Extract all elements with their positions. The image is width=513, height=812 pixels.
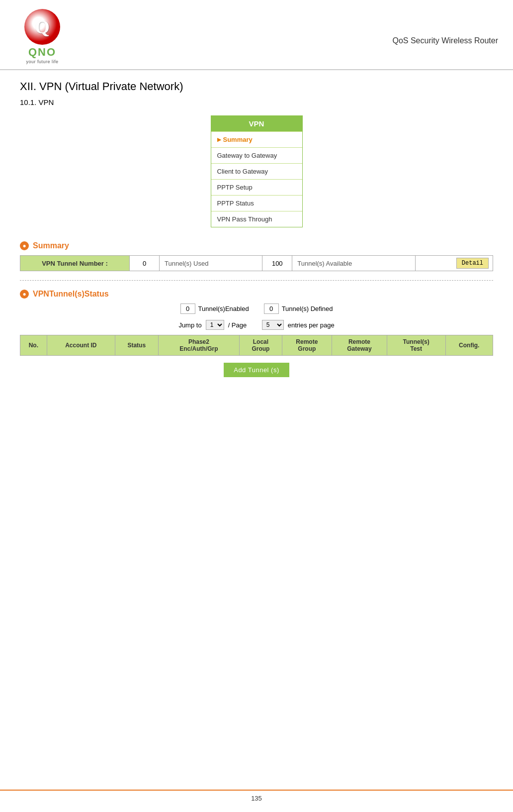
col-remote-group: RemoteGroup (282, 335, 332, 356)
summary-row: VPN Tunnel Number : 0 Tunnel(s) Used 100… (20, 256, 493, 271)
footer: 135 (0, 790, 513, 802)
vpn-table: No. Account ID Status Phase2Enc/Auth/Grp… (20, 335, 493, 356)
page-heading: XII. VPN (Virtual Private Network) (20, 80, 493, 93)
logo-area: Q QNO your future life (15, 9, 70, 64)
tunnels-defined-item: 0 Tunnel(s) Defined (264, 304, 333, 314)
vpn-menu-item-summary[interactable]: Summary (211, 131, 302, 147)
col-tunnel-test: Tunnel(s)Test (387, 335, 445, 356)
main-content: XII. VPN (Virtual Private Network) 10.1.… (0, 70, 513, 387)
vpn-tunnel-label: VPN Tunnel Number : (20, 256, 130, 271)
summary-label: Summary (33, 241, 69, 250)
page-label: / Page (228, 321, 247, 329)
add-tunnel-button[interactable]: Add Tunnel (s) (224, 363, 289, 377)
col-account-id: Account ID (47, 335, 115, 356)
page-number: 135 (251, 795, 262, 802)
tunnels-used-label: Tunnel(s) Used (160, 256, 262, 271)
tunnels-defined-value: 0 (264, 304, 279, 314)
col-local-group: LocalGroup (240, 335, 282, 356)
tunnels-used-value: 0 (130, 256, 160, 271)
vpn-menu-item-client-to-gateway[interactable]: Client to Gateway (211, 163, 302, 179)
vpn-menu-item-vpn-pass-through[interactable]: VPN Pass Through (211, 211, 302, 227)
vpn-table-header: No. Account ID Status Phase2Enc/Auth/Grp… (20, 335, 493, 356)
entries-select[interactable]: 5 10 20 (262, 320, 284, 330)
entries-label: entries per page (288, 321, 335, 329)
col-no: No. (20, 335, 47, 356)
tunnel-status-info: 0 Tunnel(s)Enabled 0 Tunnel(s) Defined (20, 304, 493, 314)
jump-select[interactable]: 1 (206, 320, 224, 330)
tunnels-enabled-value: 0 (180, 304, 195, 314)
jump-to-label: Jump to (178, 321, 201, 329)
sub-heading: 10.1. VPN (20, 98, 493, 106)
summary-section-title: ● Summary (20, 241, 493, 250)
detail-button[interactable]: Detail (456, 258, 489, 269)
summary-table: VPN Tunnel Number : 0 Tunnel(s) Used 100… (20, 255, 493, 271)
tunnels-available-label: Tunnel(s) Available (292, 256, 416, 271)
col-status: Status (115, 335, 158, 356)
vpn-menu-header: VPN (211, 116, 302, 131)
vpn-tunnel-icon: ● (20, 290, 29, 299)
header-title: QoS Security Wireless Router (70, 9, 498, 45)
vpn-menu: VPN Summary Gateway to Gateway Client to… (211, 115, 303, 227)
logo-q-letter: Q (35, 17, 50, 36)
col-config: Config. (445, 335, 493, 356)
logo-circle: Q (24, 9, 60, 45)
tunnels-enabled-item: 0 Tunnel(s)Enabled (180, 304, 249, 314)
header: Q QNO your future life QoS Security Wire… (0, 0, 513, 70)
vpn-table-header-row: No. Account ID Status Phase2Enc/Auth/Grp… (20, 335, 493, 356)
vpn-tunnel-status-title: ● VPNTunnel(s)Status (20, 290, 493, 299)
tunnels-defined-label: Tunnel(s) Defined (282, 305, 333, 312)
vpn-menu-item-gateway-to-gateway[interactable]: Gateway to Gateway (211, 147, 302, 163)
logo-tagline: your future life (26, 59, 58, 64)
logo-text: QNO (28, 46, 56, 59)
summary-icon: ● (20, 241, 29, 250)
add-tunnel-container: Add Tunnel (s) (20, 363, 493, 377)
col-phase2: Phase2Enc/Auth/Grp (158, 335, 240, 356)
tunnels-enabled-label: Tunnel(s)Enabled (198, 305, 249, 312)
vpn-menu-item-pptp-setup[interactable]: PPTP Setup (211, 179, 302, 195)
divider (20, 280, 493, 281)
col-remote-gateway: RemoteGateway (332, 335, 387, 356)
vpn-menu-container: VPN Summary Gateway to Gateway Client to… (20, 115, 493, 227)
vpn-menu-item-pptp-status[interactable]: PPTP Status (211, 195, 302, 211)
jump-row: Jump to 1 / Page 5 10 20 entries per pag… (20, 320, 493, 330)
vpn-tunnel-label-text: VPNTunnel(s)Status (33, 290, 109, 299)
tunnels-available-value: 100 (262, 256, 292, 271)
